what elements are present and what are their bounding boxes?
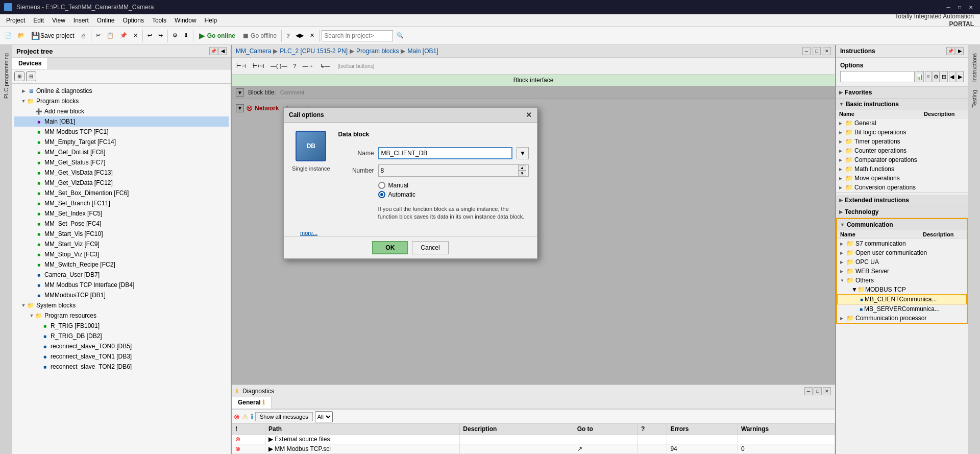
instructions-side-tab[interactable]: Instructions: [969, 49, 979, 86]
open-branch-btn[interactable]: —→: [300, 59, 316, 73]
manual-radio-btn[interactable]: [378, 182, 385, 189]
basic-instructions-header[interactable]: ▼ Basic instructions: [836, 99, 968, 110]
instr-conversion[interactable]: ▶ 📁 Conversion operations: [836, 183, 968, 192]
menu-window[interactable]: Window: [170, 16, 201, 25]
menu-tools[interactable]: Tools: [148, 16, 170, 25]
diag-restore-btn[interactable]: □: [814, 387, 822, 395]
menu-online[interactable]: Online: [93, 16, 119, 25]
communication-header[interactable]: ▼ Communication: [837, 219, 967, 230]
arrow-right-btn[interactable]: ▶: [957, 71, 964, 82]
tree-item-db4[interactable]: ■ MM Modbus TCP Interface [DB4]: [14, 280, 229, 290]
spinner-up-btn[interactable]: ▲: [518, 165, 526, 171]
save-btn[interactable]: 💾 Save project: [29, 29, 77, 43]
menu-edit[interactable]: Edit: [29, 16, 48, 25]
delete-btn[interactable]: ✕: [131, 29, 140, 43]
instr-web-server[interactable]: ▶ 📁 WEB Server: [837, 267, 967, 276]
redo-btn[interactable]: ↪: [156, 29, 165, 43]
tree-item-fc7[interactable]: ■ MM_Get_Status [FC7]: [14, 157, 229, 168]
tree-item-fc3[interactable]: ■ MM_Stop_Viz [FC3]: [14, 249, 229, 259]
tree-item-fc13[interactable]: ■ MM_Get_VisData [FC13]: [14, 168, 229, 178]
spinner-down-btn[interactable]: ▼: [518, 171, 526, 176]
tree-item-fc12[interactable]: ■ MM_Get_VizData [FC12]: [14, 178, 229, 188]
automatic-radio-btn[interactable]: [378, 191, 385, 198]
tree-item-main-ob1[interactable]: ■ Main [OB1]: [14, 116, 229, 127]
download-btn[interactable]: ⬇: [181, 29, 191, 43]
breadcrumb-main-ob1[interactable]: Main [OB1]: [407, 47, 438, 55]
right-panel-expand-btn[interactable]: ▶: [955, 47, 964, 55]
panel-collapse-btn[interactable]: ◀: [218, 47, 227, 55]
instr-open-user[interactable]: ▶ 📁 Open user communication: [837, 248, 967, 257]
menu-help[interactable]: Help: [201, 16, 222, 25]
window-controls[interactable]: ─ □ ✕: [943, 2, 976, 12]
editor-restore-btn[interactable]: □: [813, 47, 821, 55]
tree-item-fc4[interactable]: ■ MM_Set_Pose [FC4]: [14, 219, 229, 229]
undo-btn[interactable]: ↩: [145, 29, 155, 43]
tree-item-online-diagnostics[interactable]: ▶ 🖥 Online & diagnostics: [14, 86, 229, 96]
tree-item-system-blocks[interactable]: ▼ 📁 System blocks: [14, 300, 229, 310]
contact-nc-btn[interactable]: ⊢/⊣: [250, 59, 267, 73]
chart-view-btn[interactable]: 📊: [916, 71, 924, 82]
favorites-section-header[interactable]: ▶ Favorites: [836, 87, 968, 98]
instr-modbus-tcp[interactable]: ▼ 📁 MODBUS TCP: [837, 285, 967, 294]
breadcrumb-plc2[interactable]: PLC_2 [CPU 1515-2 PN]: [280, 47, 348, 55]
technology-header[interactable]: ▶ Technology: [836, 206, 968, 218]
plc-programming-tab[interactable]: PLC programming: [1, 49, 11, 103]
name-dropdown-btn[interactable]: ▼: [517, 147, 529, 159]
stop-btn[interactable]: ✕: [307, 29, 317, 43]
fb-call-btn[interactable]: ?: [290, 59, 299, 73]
breadcrumb-mm-camera[interactable]: MM_Camera: [236, 47, 271, 55]
right-panel-pin-btn[interactable]: 📌: [946, 47, 954, 55]
tree-item-add-new-block[interactable]: ➕ Add new block: [14, 106, 229, 116]
arrow-left-btn[interactable]: ◀: [949, 71, 956, 82]
instr-mb-client[interactable]: ■ MB_CLIENT Communica...: [837, 294, 967, 304]
name-input[interactable]: [378, 147, 512, 159]
tree-item-db1[interactable]: ■ MMModbusTCP [DB1]: [14, 290, 229, 300]
search-btn[interactable]: 🔍: [394, 29, 406, 43]
tree-item-db5[interactable]: ■ reconnect_slave_TON0 [DB5]: [14, 341, 229, 351]
cancel-button[interactable]: Cancel: [412, 241, 448, 254]
tree-item-fc2[interactable]: ■ MM_Switch_Recipe [FC2]: [14, 259, 229, 270]
manual-radio[interactable]: Manual: [378, 182, 529, 189]
diag-minimize-btn[interactable]: ─: [804, 387, 813, 395]
close-branch-btn[interactable]: ↳—: [317, 59, 333, 73]
close-btn[interactable]: ✕: [966, 2, 976, 12]
tree-item-program-blocks[interactable]: ▼ 📁 Program blocks: [14, 96, 229, 106]
tree-item-fb1001[interactable]: ■ R_TRIG [FB1001]: [14, 321, 229, 331]
paste-btn[interactable]: 📌: [117, 29, 130, 43]
copy-btn[interactable]: 📋: [104, 29, 116, 43]
dialog-close-btn[interactable]: ✕: [526, 111, 532, 119]
panel-pin-btn[interactable]: 📌: [209, 47, 217, 55]
extended-instructions-header[interactable]: ▶ Extended instructions: [836, 195, 968, 206]
instr-general[interactable]: ▶ 📁 General: [836, 118, 968, 128]
tree-item-fc8[interactable]: ■ MM_Get_DoList [FC8]: [14, 147, 229, 157]
editor-close-btn[interactable]: ✕: [823, 47, 831, 55]
tree-item-program-resources[interactable]: ▼ 📁 Program resources: [14, 310, 229, 321]
coil-btn[interactable]: —( )—: [268, 59, 289, 73]
breadcrumb-program-blocks[interactable]: Program blocks: [356, 47, 399, 55]
editor-minimize-btn[interactable]: ─: [802, 47, 811, 55]
instr-counter[interactable]: ▶ 📁 Counter operations: [836, 146, 968, 155]
print-btn[interactable]: 🖨: [78, 29, 89, 43]
diag-close-btn[interactable]: ✕: [823, 387, 831, 395]
cut-btn[interactable]: ✂: [93, 29, 103, 43]
instr-move[interactable]: ▶ 📁 Move operations: [836, 174, 968, 183]
open-btn[interactable]: 📂: [15, 29, 28, 43]
menu-view[interactable]: View: [48, 16, 69, 25]
tree-item-fc10[interactable]: ■ MM_Start_Vis [FC10]: [14, 229, 229, 239]
tab-general[interactable]: General ℹ: [232, 397, 272, 409]
tree-item-db2[interactable]: ■ R_TRIG_DB [DB2]: [14, 331, 229, 341]
search-input[interactable]: [322, 30, 393, 41]
nav-btn[interactable]: ◀▶: [293, 29, 306, 43]
instr-math[interactable]: ▶ 📁 Math functions: [836, 164, 968, 174]
list-view-btn[interactable]: ≡: [925, 71, 932, 82]
tree-item-fc9[interactable]: ■ MM_Start_Viz [FC9]: [14, 239, 229, 249]
messages-dropdown[interactable]: All: [315, 411, 333, 422]
instr-comparator[interactable]: ▶ 📁 Comparator operations: [836, 155, 968, 164]
tree-item-fc14[interactable]: ■ MM_Empty_Target [FC14]: [14, 137, 229, 147]
testing-side-tab[interactable]: Testing: [969, 86, 979, 112]
minimize-btn[interactable]: ─: [943, 2, 953, 12]
go-online-btn[interactable]: ▶ Go online: [195, 29, 238, 43]
settings-btn[interactable]: ⚙: [933, 71, 940, 82]
help-btn[interactable]: ?: [284, 29, 292, 43]
menu-project[interactable]: Project: [2, 16, 29, 25]
